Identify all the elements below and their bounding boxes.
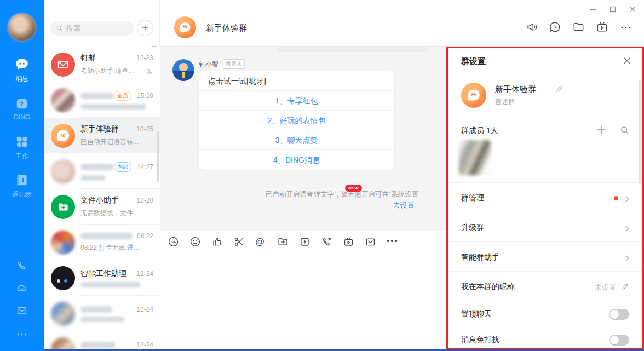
mute-notifications-row: 消息免打扰	[448, 327, 642, 351]
gif-icon[interactable]: GIF	[168, 236, 179, 248]
sender-name: 钉小智	[199, 60, 219, 69]
chat-name: 文件小助手	[81, 195, 133, 205]
files-folder-icon[interactable]	[572, 21, 585, 33]
rail-item-contacts[interactable]: 通讯录	[0, 173, 44, 199]
message-card: 点击试一试[呲牙] 1、专享红包 2、好玩的表情包 3、聊天点赞 4、DING消…	[199, 71, 394, 170]
add-button[interactable]: +	[137, 20, 153, 36]
chat-time: 12-23	[136, 54, 153, 62]
edit-nickname-icon[interactable]	[621, 283, 629, 291]
live-video-icon[interactable]	[596, 21, 608, 33]
smart-assistant-row[interactable]: 智能群助手	[448, 242, 642, 272]
search-input[interactable]: 搜索	[50, 21, 134, 36]
blurred-avatar	[51, 159, 75, 183]
message-text: 点击试一试[呲牙]	[199, 71, 394, 91]
cloud-icon[interactable]	[16, 282, 28, 294]
chat-list-item-work-assistant[interactable]: 智能工作助理12-24	[44, 260, 160, 296]
ding-task-icon[interactable]	[299, 236, 311, 248]
group-avatar	[51, 88, 75, 112]
chat-list-panel: 搜索 + 钉邮12-23 考勤小助手:请查... 全员15:10 Hi	[44, 0, 160, 351]
work-grid-icon	[15, 135, 29, 149]
mention-icon[interactable]: @	[255, 236, 267, 248]
new-badge: NEW	[345, 185, 362, 192]
chat-time: 14:27	[137, 163, 153, 171]
close-button[interactable]	[629, 5, 636, 13]
add-member-icon[interactable]	[596, 125, 606, 135]
search-member-icon[interactable]	[620, 125, 629, 135]
redacted-preview	[81, 282, 141, 287]
group-avatar-icon[interactable]: Hi	[461, 83, 486, 108]
phone-icon[interactable]	[16, 260, 28, 272]
chevron-right-icon	[624, 254, 630, 260]
muted-bell-icon	[146, 67, 153, 75]
chat-list-item[interactable]: 12-24	[44, 331, 160, 351]
pin-chat-label: 置顶聊天	[461, 309, 492, 319]
mail-icon[interactable]	[16, 304, 28, 317]
more-options-icon[interactable]	[619, 21, 632, 33]
chevron-right-icon	[624, 194, 630, 200]
chat-list-item[interactable]: 12-24	[44, 296, 160, 331]
chat-bubble-icon	[15, 57, 29, 71]
redacted-name	[81, 233, 133, 239]
chat-list-item-attendance[interactable]: 08:22 08:22 打卡无效,进...	[44, 225, 160, 260]
more-icon[interactable]	[16, 329, 28, 341]
chat-list-item-internal[interactable]: 内部14:27	[44, 153, 160, 189]
chat-history-icon[interactable]	[549, 21, 561, 33]
rail-item-ding[interactable]: DING	[0, 96, 44, 121]
chat-list-item-dingmail[interactable]: 钉邮12-23 考勤小助手:请查...	[44, 47, 160, 82]
rail-item-messages[interactable]: 消息	[0, 57, 44, 83]
group-management-row[interactable]: 群管理	[448, 183, 642, 212]
maximize-button[interactable]	[609, 5, 617, 13]
pin-chat-row: 置顶聊天	[448, 301, 642, 327]
notification-dot	[614, 196, 618, 200]
member-avatar[interactable]	[459, 140, 491, 175]
minimize-button[interactable]	[589, 5, 597, 13]
message-link-redpacket[interactable]: 1、专享红包	[199, 91, 394, 111]
window-controls	[589, 5, 636, 13]
go-to-settings-link[interactable]: 去设置	[379, 200, 428, 210]
scissors-icon[interactable]	[233, 236, 245, 248]
panel-title: 群设置	[461, 56, 486, 67]
chat-time: 12-24	[136, 306, 153, 313]
chevron-right-icon	[624, 224, 630, 230]
robot-tag: 机器人	[223, 59, 245, 69]
message-link-ding[interactable]: 4、DING消息	[199, 150, 394, 170]
chat-title: 新手体验群	[206, 23, 247, 33]
edit-group-name-icon[interactable]	[555, 85, 564, 93]
group-hi-avatar-icon: Hi	[51, 124, 75, 148]
chat-list-item-file-helper[interactable]: 文件小助手12-20 无需数据线，文件...	[44, 189, 160, 225]
announcement-icon[interactable]	[525, 21, 538, 33]
rail-label: DING	[14, 113, 30, 121]
blurred-avatar	[51, 231, 75, 255]
chat-list-item-group[interactable]: 全员15:10	[44, 82, 160, 118]
panel-close-icon[interactable]	[623, 56, 631, 65]
chat-preview: 无需数据线，文件...	[81, 209, 153, 218]
nickname-row[interactable]: 我在本群的昵称 未设置	[448, 272, 642, 301]
mail-avatar-icon	[51, 53, 75, 77]
badge-internal: 内部	[114, 162, 131, 172]
video-conference-icon[interactable]	[343, 236, 354, 248]
redacted-preview	[81, 175, 106, 181]
thumbs-up-icon[interactable]	[211, 236, 223, 248]
message-link-emoji[interactable]: 2、好玩的表情包	[199, 111, 394, 130]
badge-all-members: 全员	[114, 91, 131, 101]
pin-chat-toggle[interactable]	[609, 309, 629, 320]
upgrade-group-row[interactable]: 升级群	[448, 212, 642, 242]
rail-item-work[interactable]: 工作	[0, 135, 44, 161]
chat-preview: 考勤小助手:请查...	[81, 66, 142, 76]
sender-avatar[interactable]	[173, 59, 194, 81]
mail-message-icon[interactable]	[365, 236, 376, 248]
redacted-name	[81, 93, 114, 99]
call-icon[interactable]	[321, 236, 332, 248]
chat-list-scrollbar[interactable]	[157, 131, 159, 182]
send-file-icon[interactable]	[277, 236, 289, 248]
mute-toggle[interactable]	[609, 335, 629, 346]
user-avatar[interactable]	[8, 13, 36, 42]
chat-list-item-newbie-group[interactable]: Hi 新手体验群10-25 已自动开启语音转...	[44, 118, 160, 153]
toolbar-more-icon[interactable]: •••	[387, 236, 398, 248]
message-link-like[interactable]: 3、聊天点赞	[199, 130, 394, 150]
rail-label: 消息	[15, 74, 28, 82]
partial-message-bubble	[277, 47, 429, 52]
blurred-avatar	[51, 302, 75, 326]
emoji-icon[interactable]	[189, 236, 201, 248]
members-count-label: 群成员 1人	[461, 126, 498, 136]
